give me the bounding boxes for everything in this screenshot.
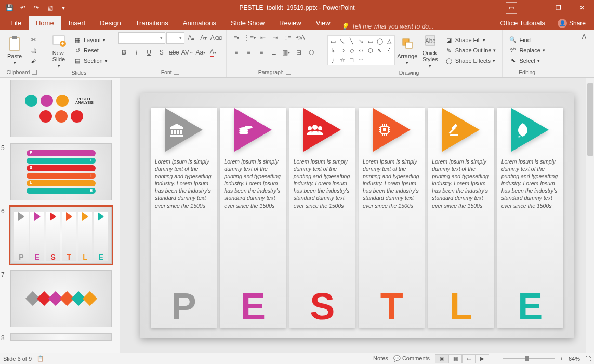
comments-button[interactable]: 💬 Comments bbox=[393, 355, 430, 362]
zoom-level[interactable]: 64% bbox=[569, 356, 580, 362]
zoom-in-button[interactable]: + bbox=[560, 356, 563, 362]
scroll-thumb[interactable] bbox=[587, 83, 593, 156]
zoom-slider[interactable] bbox=[503, 358, 555, 359]
slide-count[interactable]: Slide 6 of 9 bbox=[3, 356, 32, 362]
office-tutorials-link[interactable]: Office Tutorials bbox=[493, 16, 552, 30]
coins-icon bbox=[238, 123, 254, 137]
bullets-button[interactable]: ≡▾ bbox=[231, 32, 242, 44]
strikethrough-button[interactable]: abc bbox=[168, 47, 180, 58]
restore-button[interactable]: ❐ bbox=[546, 0, 570, 16]
thumbnail-slide-6[interactable]: 6 PESTLE bbox=[10, 207, 116, 264]
drawing-dialog-launcher[interactable] bbox=[421, 70, 426, 75]
collapse-ribbon-button[interactable]: ᐱ bbox=[578, 32, 590, 42]
thumbnail-slide-8[interactable]: 8 bbox=[10, 333, 116, 341]
char-spacing-button[interactable]: AV↔ bbox=[181, 47, 194, 58]
undo-button[interactable]: ↶ bbox=[17, 2, 29, 14]
shape-effects-button[interactable]: ◯Shape Effects▾ bbox=[443, 56, 498, 65]
tab-slideshow[interactable]: Slide Show bbox=[223, 16, 272, 30]
new-slide-button[interactable]: New Slide▾ bbox=[48, 32, 69, 69]
tab-animations[interactable]: Animations bbox=[176, 16, 223, 30]
shape-arrowr-icon: ⇨ bbox=[338, 46, 347, 55]
spellcheck-button[interactable]: 📋 bbox=[37, 355, 44, 362]
thumbnail-slide-4[interactable]: PESTLEANALYSIS bbox=[10, 80, 116, 137]
tab-view[interactable]: View bbox=[309, 16, 338, 30]
find-button[interactable]: 🔍Find bbox=[507, 35, 547, 45]
clear-formatting-button[interactable]: A⌫ bbox=[210, 32, 222, 44]
reading-view-button[interactable]: ▭ bbox=[462, 354, 476, 363]
tab-review[interactable]: Review bbox=[272, 16, 309, 30]
tab-file[interactable]: File bbox=[3, 16, 29, 30]
close-button[interactable]: ✕ bbox=[570, 0, 594, 16]
layout-button[interactable]: ▦Layout▾ bbox=[71, 35, 110, 45]
thumbnail-slide-7[interactable]: 7 bbox=[10, 270, 116, 327]
decrease-indent-button[interactable]: ⇤ bbox=[257, 32, 269, 44]
cut-button[interactable]: ✂ bbox=[27, 35, 39, 45]
numbering-button[interactable]: ⋮≡▾ bbox=[243, 32, 256, 44]
start-slideshow-button[interactable]: ▧ bbox=[44, 2, 56, 14]
font-size-combo[interactable]: ▾ bbox=[166, 32, 184, 44]
tell-me-box[interactable]: 💡Tell me what you want to do... bbox=[341, 23, 493, 30]
zoom-out-button[interactable]: − bbox=[494, 356, 497, 362]
share-button[interactable]: 👤Share bbox=[552, 16, 591, 30]
text-direction-button[interactable]: ⟲A bbox=[295, 32, 306, 44]
ribbon-display-options-button[interactable]: ▭ bbox=[506, 2, 517, 14]
justify-button[interactable]: ≣ bbox=[268, 47, 280, 58]
redo-button[interactable]: ↷ bbox=[30, 2, 43, 14]
align-center-button[interactable]: ≡ bbox=[243, 47, 255, 58]
tab-transitions[interactable]: Transitions bbox=[128, 16, 176, 30]
shape-elbow-icon: ↳ bbox=[329, 46, 337, 55]
save-button[interactable]: 💾 bbox=[3, 2, 16, 14]
tab-insert[interactable]: Insert bbox=[61, 16, 93, 30]
font-dialog-launcher[interactable] bbox=[174, 70, 179, 75]
slideshow-view-button[interactable]: ▶ bbox=[476, 354, 489, 363]
shape-hex-icon: ⬡ bbox=[366, 46, 375, 55]
quick-styles-button[interactable]: Abc Quick Styles▾ bbox=[420, 32, 441, 69]
replace-button[interactable]: ᵃ⁄ᵇReplace▾ bbox=[507, 46, 547, 55]
sorter-view-button[interactable]: ▦ bbox=[448, 354, 462, 363]
cursor-icon: ⬉ bbox=[509, 57, 517, 65]
vertical-scrollbar[interactable] bbox=[586, 78, 594, 353]
slide-thumbnails-panel[interactable]: PESTLEANALYSIS 5 PESTLE 6 PESTLE 7 8 bbox=[0, 78, 120, 353]
fit-to-window-button[interactable]: ⛶ bbox=[585, 356, 591, 362]
underline-button[interactable]: U bbox=[143, 47, 155, 58]
shrink-font-button[interactable]: A▾ bbox=[198, 32, 209, 44]
increase-indent-button[interactable]: ⇥ bbox=[270, 32, 281, 44]
clipboard-dialog-launcher[interactable] bbox=[32, 70, 37, 75]
align-text-button[interactable]: ⊟ bbox=[293, 47, 305, 58]
change-case-button[interactable]: Aa▾ bbox=[195, 47, 206, 58]
zoom-handle[interactable] bbox=[525, 356, 529, 361]
shadow-button[interactable]: S bbox=[156, 47, 167, 58]
section-button[interactable]: ▤Section▾ bbox=[71, 56, 110, 65]
slide-canvas-area[interactable]: Lorem Ipsum is simply dummy text of the … bbox=[120, 78, 594, 353]
slides-group-label: Slides bbox=[72, 70, 87, 76]
reset-button[interactable]: ↺Reset bbox=[71, 46, 110, 55]
qat-customize-button[interactable]: ▾ bbox=[57, 2, 70, 14]
bold-button[interactable]: B bbox=[118, 47, 130, 58]
italic-button[interactable]: I bbox=[131, 47, 142, 58]
normal-view-button[interactable]: ▣ bbox=[435, 354, 448, 363]
align-right-button[interactable]: ≡ bbox=[256, 47, 267, 58]
paste-button[interactable]: Paste▾ bbox=[4, 35, 25, 65]
notes-button[interactable]: ≐ Notes bbox=[367, 355, 388, 362]
font-family-combo[interactable]: ▾ bbox=[118, 32, 166, 44]
line-spacing-button[interactable]: ↕≡ bbox=[282, 32, 294, 44]
align-left-button[interactable]: ≡ bbox=[231, 47, 242, 58]
smartart-button[interactable]: ⬡ bbox=[306, 47, 317, 58]
arrange-button[interactable]: Arrange▾ bbox=[397, 35, 418, 65]
shape-outline-button[interactable]: ✎Shape Outline▾ bbox=[443, 46, 498, 55]
shapes-gallery[interactable]: ▭＼╲↘▭◯ △↳⇨◇⇔⬡ ∿{}☆◻⋯ bbox=[327, 35, 395, 65]
shape-fill-button[interactable]: ◪Shape Fill▾ bbox=[443, 35, 498, 45]
pestle-column-p-0: Lorem Ipsum is simply dummy text of the … bbox=[151, 108, 217, 328]
tab-design[interactable]: Design bbox=[93, 16, 128, 30]
copy-button[interactable]: ⿻ bbox=[27, 46, 39, 55]
format-painter-button[interactable]: 🖌 bbox=[27, 56, 39, 65]
font-color-button[interactable]: A▾ bbox=[207, 47, 219, 58]
select-button[interactable]: ⬉Select▾ bbox=[507, 56, 547, 65]
paragraph-dialog-launcher[interactable] bbox=[286, 70, 291, 75]
tab-home[interactable]: Home bbox=[29, 16, 61, 30]
thumbnail-slide-5[interactable]: 5 PESTLE bbox=[10, 143, 116, 200]
minimize-button[interactable]: — bbox=[522, 0, 546, 16]
chevron-down-icon: ▾ bbox=[179, 35, 182, 41]
grow-font-button[interactable]: A▴ bbox=[186, 32, 197, 44]
columns-button[interactable]: ▥▾ bbox=[281, 47, 292, 58]
